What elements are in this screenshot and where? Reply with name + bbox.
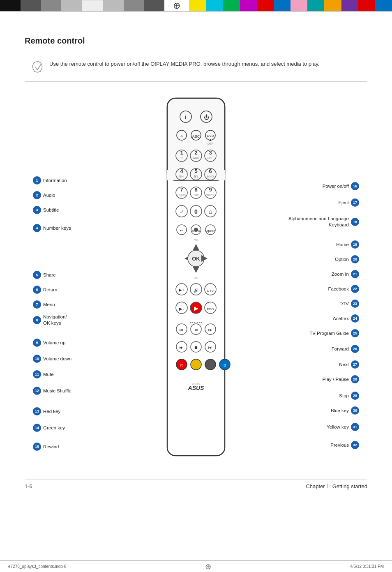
svg-point-53 [194,228,198,232]
badge-4: 4 [33,224,41,232]
badge-29: 29 [351,392,359,400]
color-block-darkgray1 [21,0,41,11]
label-text-menu: Menu [43,302,55,307]
label-music-shuffle: 12 Music Shuffle [33,387,71,395]
svg-text:⤢: ⤢ [180,209,184,214]
svg-text:⏭: ⏭ [208,328,212,332]
svg-text:⏭: ⏭ [208,345,212,350]
badge-11: 11 [33,370,41,378]
diagram-area: i ⏻ A ?! ABC DVD ▲ DEF 1 ?! 2 ABC 3 DE [25,94,367,484]
page-footer: 1-6 Chapter 1: Getting started [25,480,367,489]
label-text-mute: Mute [43,372,54,377]
label-text-nav-ok: Navigation/OK keys [43,314,67,326]
label-forward: 26 Forward [332,345,359,353]
svg-text:▲: ▲ [209,138,212,142]
color-block-lightgray2 [103,0,124,11]
svg-text:DVD: DVD [207,134,214,138]
color-block-orange [324,0,341,11]
svg-text:?!: ?! [180,157,183,159]
label-next: 27 Next [339,360,359,369]
label-green-key: 14 Green key [33,424,65,432]
right-color-blocks [189,0,392,11]
label-text-previous: Previous [330,443,349,447]
badge-1: 1 [33,176,41,185]
color-block-pink [291,0,307,11]
svg-text:9: 9 [209,187,212,193]
badge-30: 30 [351,406,359,415]
label-tv-guide: 25 TV Program Guide [309,329,359,337]
badge-31: 31 [351,423,359,431]
label-text-forward: Forward [332,346,349,351]
label-mute: 11 Mute [33,370,54,378]
badge-13: 13 [33,407,41,415]
footer-page-number: 1-6 [25,483,32,489]
page-title: Remote control [25,36,367,46]
label-text-audio: Audio [43,193,55,198]
label-text-acetrax: Acetrax [333,316,349,321]
svg-text:▶-: ▶- [179,307,184,311]
svg-text:3: 3 [209,150,212,156]
svg-text:▶+: ▶+ [179,288,184,292]
label-dtv: 23 DTV [339,300,359,308]
badge-20: 20 [351,255,359,263]
badge-16: 16 [351,182,359,190]
svg-text:⏮: ⏮ [180,328,184,332]
svg-text:PQRS: PQRS [178,194,186,197]
svg-text:5: 5 [194,168,197,174]
label-nav-ok: 8 Navigation/OK keys [33,314,67,326]
label-acetrax: 24 Acetrax [333,314,359,323]
label-text-vol-down: Volume down [43,356,71,361]
label-text-tv-guide: TV Program Guide [309,331,349,336]
color-block-white [82,0,103,11]
note-icon [31,61,44,76]
note-text: Use the remote control to power on/off t… [49,60,319,68]
svg-text:DEF: DEF [208,157,213,159]
label-text-number-keys: Number keys [43,226,71,231]
svg-text:/\SUS: /\SUS [192,383,200,385]
label-rewind: 15 Rewind [33,443,59,451]
svg-text:i: i [185,114,187,120]
label-text-information: Information [43,178,67,183]
badge-10: 10 [33,355,41,363]
svg-text:OK: OK [192,256,200,262]
svg-text:8: 8 [194,187,197,193]
label-vol-down: 10 Volume down [33,355,71,363]
svg-text:?!: ?! [180,139,183,142]
color-block-gray1 [41,0,62,11]
color-block-cyan [206,0,223,11]
label-yellow-key: 31 Yellow key [327,423,359,431]
color-block-green [223,0,240,11]
color-block-blue2 [375,0,392,11]
color-block-teal [307,0,324,11]
bottom-bar-right: 4/5/12 3:31:31 PM [350,564,384,569]
svg-text:CH: CH [194,238,198,242]
left-color-blocks [0,0,164,11]
svg-text:⌂: ⌂ [209,208,212,215]
top-color-bar: ⊕ [0,0,392,12]
badge-5: 5 [33,271,41,279]
color-block-purple [341,0,358,11]
color-block-black [0,0,21,11]
svg-text:EPG: EPG [207,307,214,311]
label-home: 19 Home [336,240,359,249]
label-text-next: Next [339,362,349,367]
label-audio: 2 Audio [33,191,55,199]
label-play-pause: 28 Play / Pause [322,375,359,383]
badge-9: 9 [33,339,41,347]
label-text-music-shuffle: Music Shuffle [43,388,71,393]
bottom-bar: e7276_oplays3_contents.indb 6 ⊕ 4/5/12 3… [0,560,392,572]
svg-text:TUV: TUV [193,194,199,196]
svg-text:1: 1 [180,150,183,156]
svg-text:6: 6 [209,168,212,174]
badge-22: 22 [351,285,359,293]
svg-text:0: 0 [194,208,198,215]
label-subtitle: 3 Subtitle [33,206,59,214]
label-text-play-pause: Play / Pause [322,377,349,382]
note-box: Use the remote control to power on/off t… [25,54,367,82]
label-zoom: 21 Zoom In [332,270,359,278]
color-block-magenta [240,0,257,11]
svg-text:▶: ▶ [194,305,198,311]
label-stop: 29 Stop [339,392,359,400]
label-share: 5 Share [33,271,56,279]
color-block-red [257,0,274,11]
